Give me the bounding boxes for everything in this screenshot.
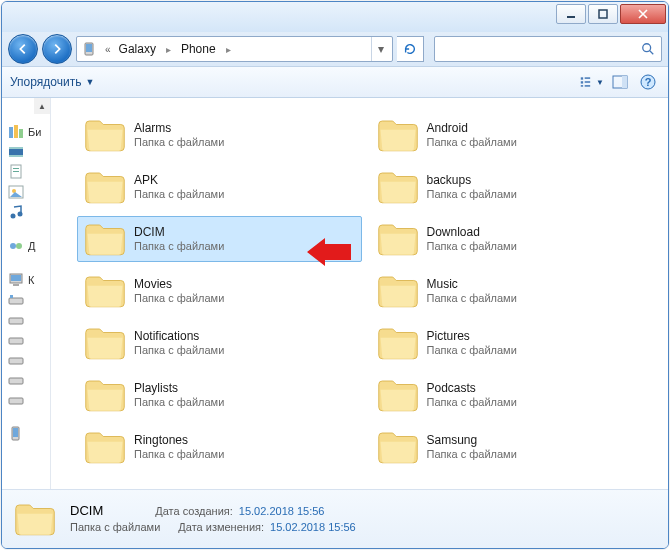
search-box[interactable] bbox=[434, 36, 662, 62]
folder-item[interactable]: AlarmsПапка с файлами bbox=[77, 112, 362, 158]
svg-rect-5 bbox=[581, 77, 583, 79]
preview-pane-button[interactable] bbox=[608, 71, 632, 93]
folder-desc: Папка с файлами bbox=[427, 239, 517, 253]
computer-icon bbox=[8, 272, 24, 288]
svg-rect-8 bbox=[585, 77, 590, 79]
details-type: Папка с файлами bbox=[70, 519, 160, 535]
back-button[interactable] bbox=[8, 34, 38, 64]
help-button[interactable]: ? bbox=[636, 71, 660, 93]
address-dropdown[interactable]: ▾ bbox=[371, 37, 390, 61]
video-icon bbox=[8, 144, 24, 160]
folder-desc: Папка с файлами bbox=[134, 135, 224, 149]
sidebar-item-drive[interactable] bbox=[2, 390, 50, 410]
folder-icon bbox=[377, 377, 419, 413]
nav-bar: « Galaxy ▸ Phone ▸ ▾ bbox=[2, 32, 668, 66]
view-options-button[interactable]: ▼ bbox=[580, 71, 604, 93]
svg-rect-22 bbox=[13, 168, 19, 169]
address-bar[interactable]: « Galaxy ▸ Phone ▸ ▾ bbox=[76, 36, 393, 62]
folder-item[interactable]: PicturesПапка с файлами bbox=[370, 320, 655, 366]
folder-icon bbox=[377, 169, 419, 205]
svg-point-26 bbox=[11, 214, 16, 219]
sidebar-item-drive[interactable] bbox=[2, 350, 50, 370]
folder-item[interactable]: RingtonesПапка с файлами bbox=[77, 424, 362, 470]
folder-desc: Папка с файлами bbox=[134, 395, 224, 409]
folder-item[interactable]: APKПапка с файлами bbox=[77, 164, 362, 210]
organize-label: Упорядочить bbox=[10, 75, 81, 89]
svg-rect-20 bbox=[9, 155, 23, 157]
folder-item[interactable]: PlaylistsПапка с файлами bbox=[77, 372, 362, 418]
folder-desc: Папка с файлами bbox=[427, 395, 517, 409]
folder-item[interactable]: DownloadПапка с файлами bbox=[370, 216, 655, 262]
chevron-right-icon[interactable]: ▸ bbox=[222, 44, 235, 55]
folder-desc: Папка с файлами bbox=[134, 291, 224, 305]
svg-rect-15 bbox=[9, 127, 13, 138]
sidebar-item-libraries[interactable]: Би bbox=[2, 122, 50, 142]
folder-name: DCIM bbox=[134, 225, 224, 239]
folder-icon bbox=[377, 221, 419, 257]
svg-rect-3 bbox=[86, 44, 92, 52]
drive-icon bbox=[8, 332, 24, 348]
folder-item[interactable]: SamsungПапка с файлами bbox=[370, 424, 655, 470]
close-button[interactable] bbox=[620, 4, 666, 24]
sidebar-item-videos[interactable] bbox=[2, 142, 50, 162]
folder-item[interactable]: AndroidПапка с файлами bbox=[370, 112, 655, 158]
drive-icon bbox=[8, 352, 24, 368]
sidebar-item-drive[interactable] bbox=[2, 290, 50, 310]
folder-name: Android bbox=[427, 121, 517, 135]
folder-name: Alarms bbox=[134, 121, 224, 135]
sidebar-item-pictures[interactable] bbox=[2, 182, 50, 202]
svg-rect-38 bbox=[9, 378, 23, 384]
details-name: DCIM bbox=[70, 503, 103, 519]
folder-desc: Папка с файлами bbox=[427, 135, 517, 149]
forward-button[interactable] bbox=[42, 34, 72, 64]
organize-menu[interactable]: Упорядочить ▼ bbox=[10, 75, 94, 89]
refresh-button[interactable] bbox=[397, 36, 424, 62]
folder-item[interactable]: PodcastsПапка с файлами bbox=[370, 372, 655, 418]
svg-rect-7 bbox=[581, 85, 583, 87]
svg-rect-17 bbox=[19, 129, 23, 138]
details-created-label: Дата создания: bbox=[155, 503, 233, 519]
drive-icon bbox=[8, 292, 24, 308]
folder-name: Music bbox=[427, 277, 517, 291]
folder-name: Samsung bbox=[427, 433, 517, 447]
explorer-window: « Galaxy ▸ Phone ▸ ▾ Упорядочить ▼ ▼ ? ▲… bbox=[1, 1, 669, 549]
folder-item[interactable]: NotificationsПапка с файлами bbox=[77, 320, 362, 366]
sidebar-item-documents[interactable] bbox=[2, 162, 50, 182]
scroll-up-button[interactable]: ▲ bbox=[34, 98, 50, 114]
sidebar-item-computer[interactable]: К bbox=[2, 270, 50, 290]
breadcrumb-phone[interactable]: Phone bbox=[175, 37, 222, 61]
folder-name: backups bbox=[427, 173, 517, 187]
sidebar-item-drive[interactable] bbox=[2, 330, 50, 350]
sidebar-item-music[interactable] bbox=[2, 202, 50, 222]
svg-rect-33 bbox=[9, 298, 23, 304]
folder-icon bbox=[84, 221, 126, 257]
folder-desc: Папка с файлами bbox=[134, 187, 224, 201]
sidebar-item-device[interactable] bbox=[2, 424, 50, 444]
drive-icon bbox=[8, 392, 24, 408]
svg-point-27 bbox=[18, 212, 23, 217]
svg-rect-41 bbox=[13, 428, 18, 437]
folder-item[interactable]: MoviesПапка с файлами bbox=[77, 268, 362, 314]
svg-rect-1 bbox=[599, 10, 607, 18]
breadcrumb-galaxy[interactable]: Galaxy bbox=[113, 37, 162, 61]
drive-icon bbox=[8, 312, 24, 328]
folder-desc: Папка с файлами bbox=[134, 343, 224, 357]
folder-item[interactable]: DCIMПапка с файлами bbox=[77, 216, 362, 262]
sidebar-item-drive[interactable] bbox=[2, 310, 50, 330]
sidebar-item-homegroup[interactable]: Д bbox=[2, 236, 50, 256]
folder-name: Playlists bbox=[134, 381, 224, 395]
maximize-button[interactable] bbox=[588, 4, 618, 24]
svg-rect-12 bbox=[622, 76, 627, 88]
folder-icon bbox=[377, 325, 419, 361]
folder-item[interactable]: backupsПапка с файлами bbox=[370, 164, 655, 210]
file-list[interactable]: AlarmsПапка с файламиAndroidПапка с файл… bbox=[51, 98, 668, 489]
folder-item[interactable]: MusicПапка с файлами bbox=[370, 268, 655, 314]
minimize-button[interactable] bbox=[556, 4, 586, 24]
folder-name: Pictures bbox=[427, 329, 517, 343]
svg-rect-31 bbox=[11, 275, 21, 281]
chevron-right-icon[interactable]: ▸ bbox=[162, 44, 175, 55]
sidebar-item-drive[interactable] bbox=[2, 370, 50, 390]
svg-point-28 bbox=[10, 243, 16, 249]
folder-desc: Папка с файлами bbox=[134, 239, 224, 253]
svg-rect-9 bbox=[585, 81, 590, 83]
